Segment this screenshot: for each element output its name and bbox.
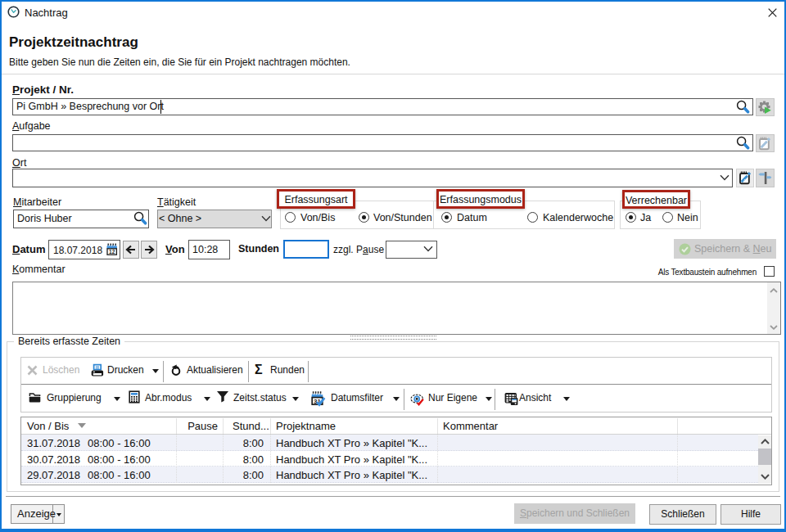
svg-text:12: 12 <box>109 249 115 255</box>
